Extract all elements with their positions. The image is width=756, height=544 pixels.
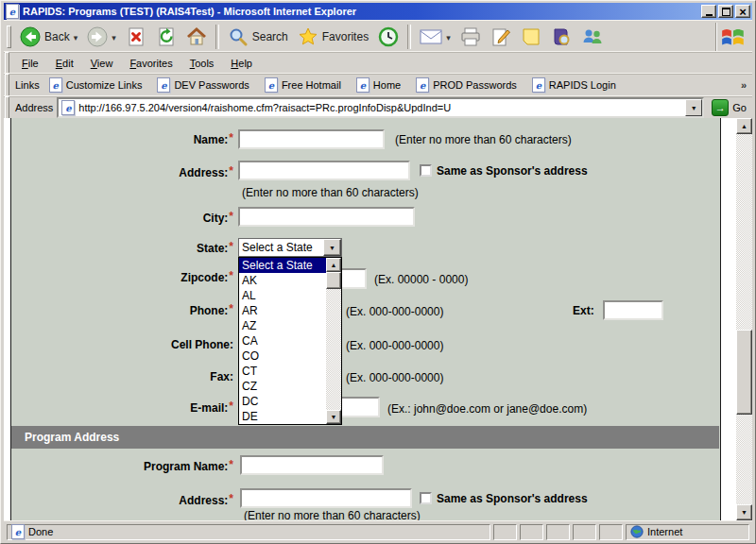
toolbar-grip[interactable] xyxy=(7,26,11,48)
vertical-scrollbar[interactable] xyxy=(736,118,752,520)
forward-dropdown-arrow-icon[interactable] xyxy=(112,30,116,43)
forward-icon xyxy=(87,26,108,47)
name-input[interactable] xyxy=(238,129,385,149)
menu-tools[interactable]: Tools xyxy=(181,55,223,72)
close-button[interactable] xyxy=(735,5,750,18)
state-option[interactable]: AR xyxy=(239,303,326,318)
window-controls xyxy=(701,5,750,18)
state-option[interactable]: Select a State xyxy=(239,258,326,273)
address-field-input[interactable] xyxy=(238,161,410,180)
mail-dropdown-arrow-icon[interactable] xyxy=(446,30,451,43)
link-label: PROD Passwords xyxy=(433,79,517,91)
scrollbar-thumb[interactable] xyxy=(736,330,752,415)
link-free-hotmail[interactable]: Free Hotmail xyxy=(265,77,341,93)
search-icon xyxy=(228,26,249,47)
scroll-up-button[interactable] xyxy=(736,118,752,134)
stop-button[interactable] xyxy=(121,24,151,50)
forward-button[interactable] xyxy=(82,24,121,50)
minimize-button[interactable] xyxy=(701,5,716,18)
link-label: Free Hotmail xyxy=(282,79,341,91)
city-input[interactable] xyxy=(238,207,415,227)
program-same-as-sponsor-label: Same as Sponsor's address xyxy=(437,492,588,505)
scroll-down-button[interactable] xyxy=(736,504,752,520)
zipcode-note: (Ex. 00000 - 0000) xyxy=(374,273,468,286)
go-button[interactable]: Go xyxy=(704,99,752,116)
state-option[interactable]: CT xyxy=(239,364,326,379)
history-button[interactable] xyxy=(373,24,404,50)
back-dropdown-arrow-icon[interactable] xyxy=(74,30,78,43)
scroll-down-button[interactable] xyxy=(326,410,341,424)
menu-help[interactable]: Help xyxy=(222,55,261,72)
state-select[interactable]: Select a State xyxy=(238,238,342,257)
state-option[interactable]: CA xyxy=(239,333,326,348)
menu-edit[interactable]: Edit xyxy=(47,55,82,72)
address-url-text: http://166.97.5.204/version4/raishome.cf… xyxy=(78,102,681,113)
menu-view[interactable]: View xyxy=(82,55,122,72)
favorites-button[interactable]: Favorites xyxy=(293,24,373,50)
name-label: Name:* xyxy=(42,133,233,146)
menubar-grip[interactable] xyxy=(5,52,9,75)
linksbar-grip[interactable] xyxy=(5,74,9,96)
link-prod-passwords[interactable]: PROD Passwords xyxy=(416,77,517,93)
email-label: E-mail:* xyxy=(42,401,233,415)
state-option[interactable]: AK xyxy=(239,273,326,288)
same-as-sponsor-checkbox[interactable] xyxy=(420,164,432,177)
favorites-label: Favorites xyxy=(322,30,369,43)
links-label: Links xyxy=(15,79,40,91)
link-home[interactable]: Home xyxy=(356,77,401,93)
links-overflow-chevron[interactable]: » xyxy=(741,79,747,91)
menu-file[interactable]: File xyxy=(13,55,47,72)
edit-page-icon xyxy=(490,26,511,47)
discuss-button[interactable] xyxy=(516,24,546,50)
scroll-up-button[interactable] xyxy=(326,258,341,272)
research-button[interactable] xyxy=(546,24,576,50)
cell-phone-label: Cell Phone: xyxy=(42,338,233,351)
address-note: (Enter no more than 60 characters) xyxy=(242,186,419,199)
fax-label: Fax: xyxy=(42,370,233,383)
standard-toolbar: Back Search Favorites xyxy=(4,20,752,53)
restore-button[interactable] xyxy=(718,5,733,18)
state-option[interactable]: DE xyxy=(239,409,326,424)
print-button[interactable] xyxy=(455,24,486,50)
state-option[interactable]: AZ xyxy=(239,318,326,333)
print-icon xyxy=(460,26,481,47)
menu-favorites[interactable]: Favorites xyxy=(121,55,180,72)
home-button[interactable] xyxy=(181,24,212,50)
link-customize-links[interactable]: Customize Links xyxy=(49,77,143,93)
ie-favicon xyxy=(49,77,62,93)
address-dropdown-button[interactable] xyxy=(685,99,702,116)
addressbar-grip[interactable] xyxy=(5,96,9,119)
state-label: State:* xyxy=(42,242,233,255)
link-rapids-login[interactable]: RAPIDS Login xyxy=(532,77,616,93)
mail-button[interactable] xyxy=(415,26,455,48)
state-dropdown-button[interactable] xyxy=(323,239,341,256)
ext-input[interactable] xyxy=(603,300,663,320)
search-button[interactable]: Search xyxy=(223,24,293,50)
refresh-button[interactable] xyxy=(151,24,181,50)
program-same-as-sponsor-checkbox[interactable] xyxy=(420,492,432,504)
program-address-input[interactable] xyxy=(240,488,412,508)
toolbar-separator xyxy=(407,25,411,49)
messenger-button[interactable] xyxy=(576,24,609,50)
scrollbar-thumb[interactable] xyxy=(326,272,341,289)
program-name-label: Program Name:* xyxy=(42,460,233,473)
ie-app-icon[interactable] xyxy=(6,4,19,19)
state-option[interactable]: CO xyxy=(239,348,326,364)
state-option[interactable]: AL xyxy=(239,288,326,303)
ie-page-icon xyxy=(61,100,75,115)
fax-note: (Ex. 000-000-0000) xyxy=(346,371,443,384)
status-message-pane: Done xyxy=(7,524,490,540)
state-list-scrollbar[interactable] xyxy=(326,258,341,424)
link-dev-passwords[interactable]: DEV Passwords xyxy=(157,77,249,93)
edit-button[interactable] xyxy=(486,24,516,50)
address-input[interactable]: http://166.97.5.204/version4/raishome.cf… xyxy=(57,97,704,118)
program-name-input[interactable] xyxy=(240,455,384,475)
state-option[interactable]: DC xyxy=(239,394,326,409)
title-bar[interactable]: RAPIDS: Programs (TEST) (RAIS4Test) - Mi… xyxy=(4,3,752,20)
state-option[interactable]: CZ xyxy=(239,379,326,394)
status-pane xyxy=(546,524,570,540)
ie-favicon xyxy=(416,77,429,93)
links-bar: Links Customize Links DEV Passwords Free… xyxy=(4,73,752,97)
back-button[interactable]: Back xyxy=(15,24,82,50)
ie-status-icon xyxy=(11,524,25,539)
